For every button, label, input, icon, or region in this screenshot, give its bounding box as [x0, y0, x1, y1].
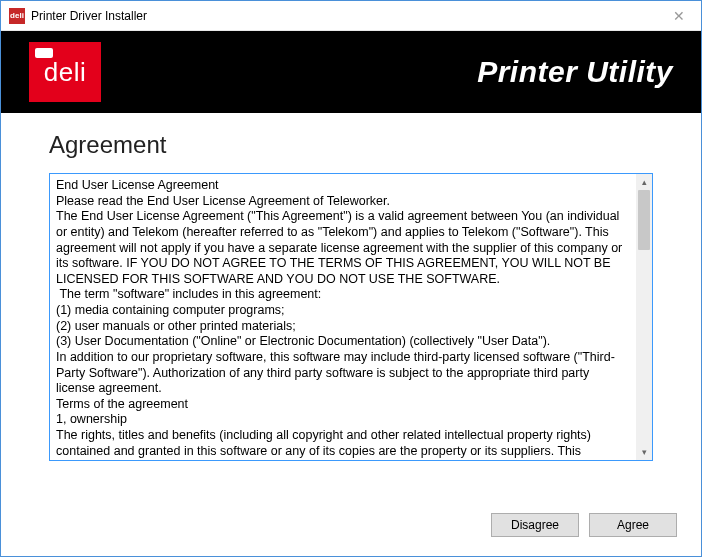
scroll-up-icon[interactable]: ▴ [636, 174, 652, 190]
banner-title: Printer Utility [477, 55, 673, 89]
page-heading: Agreement [49, 131, 653, 159]
license-text[interactable]: End User License Agreement Please read t… [50, 174, 636, 460]
footer: Disagree Agree [1, 494, 701, 556]
disagree-button[interactable]: Disagree [491, 513, 579, 537]
installer-window: deli Printer Driver Installer ✕ deli Pri… [0, 0, 702, 557]
banner: deli Printer Utility [1, 31, 701, 113]
close-icon[interactable]: ✕ [656, 1, 701, 31]
scrollbar[interactable]: ▴ ▾ [636, 174, 652, 460]
app-icon: deli [9, 8, 25, 24]
license-box: End User License Agreement Please read t… [49, 173, 653, 461]
brand-logo: deli [29, 42, 101, 102]
agree-button[interactable]: Agree [589, 513, 677, 537]
scroll-thumb[interactable] [638, 190, 650, 250]
logo-text: deli [44, 57, 86, 88]
content-area: Agreement End User License Agreement Ple… [1, 113, 701, 494]
window-title: Printer Driver Installer [31, 9, 656, 23]
titlebar: deli Printer Driver Installer ✕ [1, 1, 701, 31]
scroll-down-icon[interactable]: ▾ [636, 444, 652, 460]
logo-badge-icon [35, 48, 53, 58]
